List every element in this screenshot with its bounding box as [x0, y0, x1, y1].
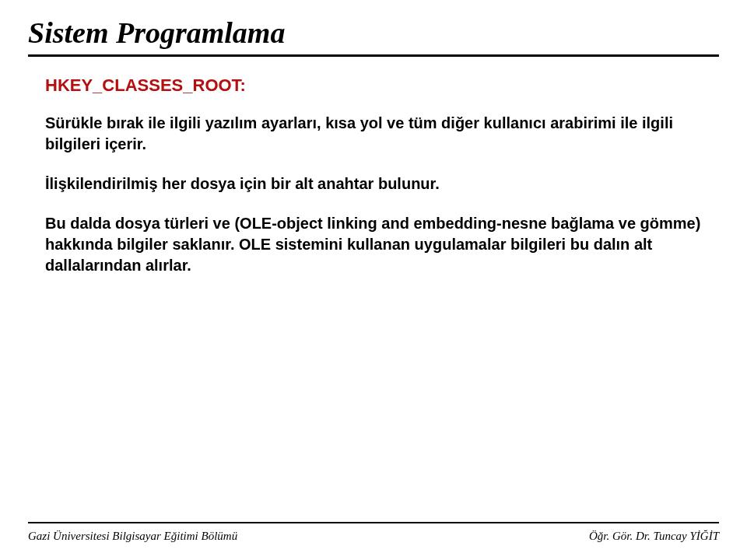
content-area: HKEY_CLASSES_ROOT: Sürükle bırak ile ilg… [28, 75, 719, 276]
footer-right: Öğr. Gör. Dr. Tuncay YİĞİT [589, 530, 719, 543]
slide-page: Sistem Programlama HKEY_CLASSES_ROOT: Sü… [0, 0, 747, 560]
footer-row: Gazi Üniversitesi Bilgisayar Eğitimi Böl… [28, 530, 719, 543]
slide-title: Sistem Programlama [28, 16, 719, 50]
paragraph: Bu dalda dosya türleri ve (OLE-object li… [45, 213, 702, 276]
paragraph: İlişkilendirilmiş her dosya için bir alt… [45, 173, 702, 194]
footer: Gazi Üniversitesi Bilgisayar Eğitimi Böl… [28, 522, 719, 543]
section-heading: HKEY_CLASSES_ROOT: [45, 75, 702, 96]
footer-rule [28, 522, 719, 523]
paragraph: Sürükle bırak ile ilgili yazılım ayarlar… [45, 113, 702, 155]
footer-left: Gazi Üniversitesi Bilgisayar Eğitimi Böl… [28, 530, 237, 543]
title-rule [28, 54, 719, 57]
